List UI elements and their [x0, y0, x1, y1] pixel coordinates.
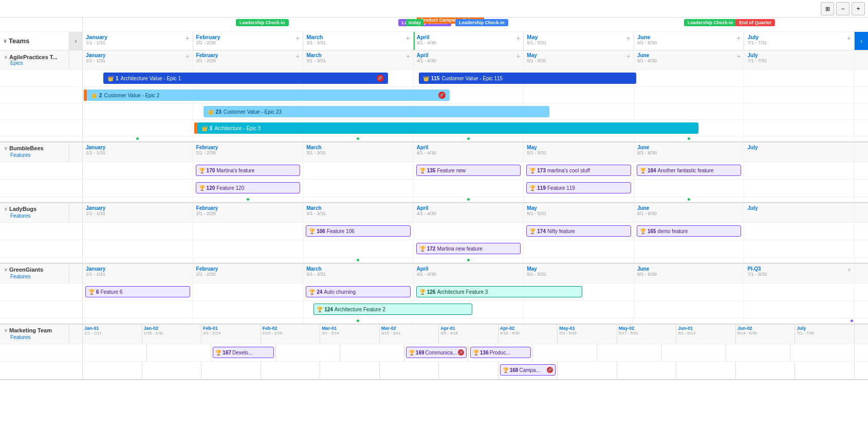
bb-collapse[interactable]: ∨ — [4, 146, 8, 151]
feature-24[interactable]: 🏆24Auto churning — [306, 286, 411, 297]
lb-dots-row — [0, 258, 868, 263]
milestone-end-quarter-2: End of Quarter — [735, 19, 775, 26]
team-ap-collapse[interactable]: ∨ — [4, 55, 8, 60]
ap-jan-cell: January1/1 - 1/31 + — [83, 50, 193, 69]
gg-add[interactable]: + — [847, 266, 851, 274]
epic-cv23-label: Customer Value - Epic 23 — [224, 109, 282, 115]
zoom-out-button[interactable]: − — [836, 2, 849, 15]
feature-6[interactable]: 🏆6Feature 6 — [85, 286, 190, 297]
feature-168[interactable]: 🏆168Campa... 🔗 — [500, 364, 556, 376]
feature-126[interactable]: 🏆126Architecture Feature 3 — [416, 286, 583, 297]
teams-label-cell: ∨ Teams — [0, 32, 69, 50]
milestone-today: today — [406, 19, 423, 26]
gg-header: ∨ GreenGiants Features January1/1 - 1/31… — [0, 264, 868, 283]
lb-name-cell: ∨ LadyBugs Features — [0, 203, 69, 222]
epic-cv2-link: 🔗 — [438, 92, 446, 99]
nav-right[interactable]: › — [855, 32, 868, 50]
month-feb-add[interactable]: + — [296, 34, 300, 45]
ap-jul-cell: July7/1 - 7/31 — [744, 50, 855, 69]
month-may: May 5/1 - 5/31 + — [524, 32, 634, 50]
ap-mar-cell: March3/1 - 3/31 + — [303, 50, 414, 69]
feature-165-label: demo feature — [658, 228, 688, 234]
epic-arch1-bar[interactable]: 👑 1 Architecture Value - Epic 1 🔗 — [103, 73, 388, 84]
ap-jun-cell: June6/1 - 6/30 + — [634, 50, 745, 69]
month-feb: February 2/1 - 2/28 + — [193, 32, 304, 50]
month-jun-add[interactable]: + — [736, 34, 741, 45]
ap-jan-add[interactable]: + — [186, 52, 190, 63]
month-jul: July 7/1 - 7/31 + — [744, 32, 855, 50]
month-jun-range: 6/1 - 6/30 — [637, 40, 657, 45]
epic-arch1-id: 1 — [116, 76, 119, 81]
ap-epic23-row: 👑23Customer Value - Epic 23 — [0, 103, 868, 120]
month-may-add[interactable]: + — [626, 34, 631, 45]
bb-name-cell: ∨ BumbleBees Features — [0, 143, 69, 162]
epic-arch1-link: 🔗 — [377, 75, 384, 82]
feature-120[interactable]: 🏆120Feature 120 — [196, 182, 301, 193]
month-apr-range: 4/1 - 4/30 — [417, 40, 436, 45]
feature-135-label: Feature new — [437, 168, 466, 173]
main-content: Leadership Check-in Leadership Check-in … — [0, 17, 868, 444]
bb-type: Features — [4, 152, 30, 158]
feature-173-label: martina's cool stuff — [547, 168, 590, 173]
feature-167[interactable]: 🏆167Develo... — [213, 347, 273, 358]
month-apr-add[interactable]: + — [516, 34, 520, 45]
ap-epic1-row: 👑 1 Architecture Value - Epic 1 🔗 👑115Cu… — [0, 70, 868, 87]
feature-173[interactable]: 🏆173martina's cool stuff — [526, 165, 631, 176]
ap-jun-add[interactable]: + — [737, 52, 741, 63]
team-ap-header: ∨ AgilePractices T... Epics January1/1 -… — [0, 50, 868, 70]
feature-169[interactable]: 🏆169Communica... 🔗 — [406, 347, 467, 358]
month-jul-range: 7/1 - 7/31 — [747, 40, 767, 45]
feature-174-label: Nifty feature — [547, 228, 575, 234]
bb-header: ∨ BumbleBees Features January1/1 - 1/31 … — [0, 143, 868, 162]
month-jul-add[interactable]: + — [847, 34, 851, 45]
team-ladybugs: ∨ LadyBugs Features January1/1 - 1/31 Fe… — [0, 203, 868, 264]
feature-167-label: Develo... — [232, 350, 252, 356]
feature-165[interactable]: 🏆165demo feature — [637, 225, 742, 237]
mt-collapse[interactable]: ∨ — [4, 328, 8, 333]
ap-feb-add[interactable]: + — [296, 52, 300, 63]
ap-may-cell: May5/1 - 5/31 + — [524, 50, 634, 69]
epic-cv115-label: Customer Value - Epic 115 — [441, 76, 503, 81]
feature-106[interactable]: 🏆106Feature 106 — [306, 225, 411, 237]
feature-106-label: Feature 106 — [327, 228, 355, 234]
feature-172[interactable]: 🏆172Martina new feature — [416, 243, 521, 254]
feature-126-label: Architecture Feature 3 — [437, 289, 488, 295]
app-wrapper: ⊞ − + Leadership Check-in Leadership Che… — [0, 0, 868, 444]
feature-136-label: Produc... — [490, 350, 510, 356]
epic-cv2-bar[interactable]: 👑2Customer Value - Epic 2 🔗 — [87, 90, 450, 101]
nav-left[interactable]: ‹ — [69, 32, 83, 50]
month-jan-range: 1/1 - 1/31 — [86, 40, 107, 45]
month-mar-add[interactable]: + — [406, 34, 410, 45]
feature-124-label: Architecture Feature 2 — [335, 307, 385, 312]
lb-collapse[interactable]: ∨ — [4, 206, 8, 211]
feature-6-label: Feature 6 — [101, 289, 123, 295]
feature-120-label: Feature 120 — [216, 185, 244, 191]
feature-170-label: Martina's feature — [216, 168, 254, 173]
month-apr-name: April — [417, 34, 436, 40]
ap-mar-add[interactable]: + — [406, 52, 410, 63]
grid-button[interactable]: ⊞ — [821, 2, 834, 15]
ap-may-add[interactable]: + — [626, 52, 631, 63]
zoom-in-button[interactable]: + — [852, 2, 865, 15]
feature-174[interactable]: 🏆174Nifty feature — [526, 225, 631, 237]
feature-168-label: Campa... — [519, 367, 540, 373]
epic-cv23-bar[interactable]: 👑23Customer Value - Epic 23 — [204, 106, 550, 117]
feature-184[interactable]: 🏆184Another fantastic feature — [637, 165, 742, 176]
ap-epic3-row: 👑3Architecture - Epic 3 — [0, 120, 868, 136]
teams-collapse[interactable]: ∨ — [3, 38, 7, 44]
mt-row1: 🏆167Develo... 🏆169Communica... 🔗 🏆136Pro… — [0, 344, 868, 362]
epic-cv115-bar[interactable]: 👑115Customer Value - Epic 115 — [419, 73, 637, 84]
gg-collapse[interactable]: ∨ — [4, 267, 8, 272]
gg-type: Features — [4, 274, 30, 279]
feature-119[interactable]: 🏆119Feature 119 — [526, 182, 631, 193]
feature-184-label: Another fantastic feature — [658, 168, 714, 173]
feature-124[interactable]: 🏆124Architecture Feature 2 — [313, 304, 472, 315]
gg-name-cell: ∨ GreenGiants Features — [0, 264, 69, 283]
ap-apr-add[interactable]: + — [516, 52, 521, 63]
feature-170[interactable]: 🏆170Martina's feature — [196, 165, 301, 176]
feature-135[interactable]: 🏆135Feature new — [416, 165, 521, 176]
feature-24-label: Auto churning — [324, 289, 356, 295]
month-jan-add[interactable]: + — [185, 34, 189, 42]
feature-136[interactable]: 🏆136Produc... — [470, 347, 531, 358]
epic-arch3-bar[interactable]: 👑3Architecture - Epic 3 — [197, 122, 699, 134]
